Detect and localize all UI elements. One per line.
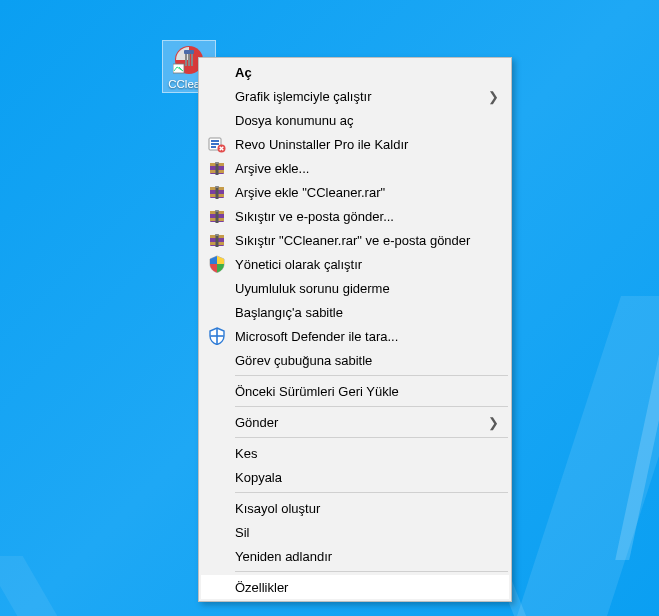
- menu-item-label: Sıkıştır ve e-posta gönder...: [235, 209, 479, 224]
- menu-item-label: Kopyala: [235, 470, 479, 485]
- menu-item-5[interactable]: Arşive ekle "CCleaner.rar": [201, 180, 509, 204]
- menu-separator: [235, 406, 508, 407]
- menu-item-label: Yönetici olarak çalıştır: [235, 257, 479, 272]
- menu-item-19[interactable]: Yeniden adlandır: [201, 544, 509, 568]
- menu-item-12[interactable]: Görev çubuğuna sabitle: [201, 348, 509, 372]
- menu-item-0[interactable]: Aç: [201, 60, 509, 84]
- defender-icon: [208, 327, 226, 345]
- menu-item-label: Görev çubuğuna sabitle: [235, 353, 479, 368]
- menu-item-label: Gönder: [235, 415, 479, 430]
- menu-item-label: Sıkıştır "CCleaner.rar" ve e-posta gönde…: [235, 233, 479, 248]
- menu-item-18[interactable]: Sil: [201, 520, 509, 544]
- menu-item-label: Revo Uninstaller Pro ile Kaldır: [235, 137, 479, 152]
- menu-item-label: Aç: [235, 65, 479, 80]
- menu-item-label: Özellikler: [235, 580, 479, 595]
- menu-item-label: Başlangıç'a sabitle: [235, 305, 479, 320]
- svg-rect-4: [191, 54, 193, 66]
- menu-item-2[interactable]: Dosya konumunu aç: [201, 108, 509, 132]
- menu-item-17[interactable]: Kısayol oluştur: [201, 496, 509, 520]
- menu-item-label: Önceki Sürümleri Geri Yükle: [235, 384, 479, 399]
- menu-item-14[interactable]: Gönder❯: [201, 410, 509, 434]
- menu-item-label: Sil: [235, 525, 479, 540]
- menu-item-label: Kısayol oluştur: [235, 501, 479, 516]
- rar-icon: [208, 207, 226, 225]
- rar-icon: [208, 231, 226, 249]
- menu-separator: [235, 437, 508, 438]
- menu-item-label: Yeniden adlandır: [235, 549, 479, 564]
- context-menu: AçGrafik işlemciyle çalıştır❯Dosya konum…: [198, 57, 512, 602]
- menu-item-label: Arşive ekle "CCleaner.rar": [235, 185, 479, 200]
- menu-item-label: Kes: [235, 446, 479, 461]
- menu-item-13[interactable]: Önceki Sürümleri Geri Yükle: [201, 379, 509, 403]
- menu-item-9[interactable]: Uyumluluk sorunu giderme: [201, 276, 509, 300]
- menu-separator: [235, 492, 508, 493]
- menu-item-16[interactable]: Kopyala: [201, 465, 509, 489]
- menu-item-1[interactable]: Grafik işlemciyle çalıştır❯: [201, 84, 509, 108]
- menu-item-6[interactable]: Sıkıştır ve e-posta gönder...: [201, 204, 509, 228]
- menu-item-label: Grafik işlemciyle çalıştır: [235, 89, 479, 104]
- menu-item-10[interactable]: Başlangıç'a sabitle: [201, 300, 509, 324]
- menu-item-3[interactable]: Revo Uninstaller Pro ile Kaldır: [201, 132, 509, 156]
- menu-item-7[interactable]: Sıkıştır "CCleaner.rar" ve e-posta gönde…: [201, 228, 509, 252]
- chevron-right-icon: ❯: [488, 89, 499, 104]
- svg-rect-2: [185, 54, 187, 66]
- menu-item-label: Uyumluluk sorunu giderme: [235, 281, 479, 296]
- menu-item-label: Arşive ekle...: [235, 161, 479, 176]
- menu-item-4[interactable]: Arşive ekle...: [201, 156, 509, 180]
- revo-icon: [208, 135, 226, 153]
- menu-item-20[interactable]: Özellikler: [201, 575, 509, 599]
- shield-icon: [208, 255, 226, 273]
- rar-icon: [208, 159, 226, 177]
- svg-rect-3: [188, 54, 190, 66]
- menu-item-label: Microsoft Defender ile tara...: [235, 329, 479, 344]
- menu-item-15[interactable]: Kes: [201, 441, 509, 465]
- menu-item-11[interactable]: Microsoft Defender ile tara...: [201, 324, 509, 348]
- menu-separator: [235, 375, 508, 376]
- rar-icon: [208, 183, 226, 201]
- menu-item-label: Dosya konumunu aç: [235, 113, 479, 128]
- chevron-right-icon: ❯: [488, 415, 499, 430]
- menu-separator: [235, 571, 508, 572]
- svg-rect-1: [184, 50, 194, 54]
- menu-item-8[interactable]: Yönetici olarak çalıştır: [201, 252, 509, 276]
